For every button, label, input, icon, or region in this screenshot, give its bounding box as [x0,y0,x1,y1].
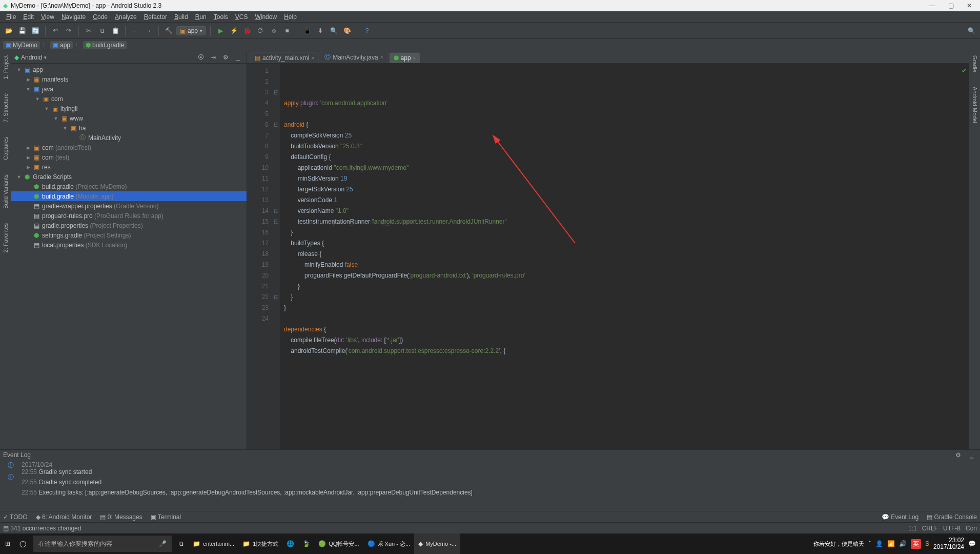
tray-sogou-icon[interactable]: S [925,540,929,547]
menu-file[interactable]: File [3,12,19,22]
task-view-icon[interactable]: ⧉ [175,533,188,554]
search-everywhere-icon[interactable]: 🔍 [966,25,977,36]
tree-MainActivity[interactable]: ⒸMainActivity [11,133,247,143]
tree-manifests[interactable]: ▶▣manifests [11,74,247,84]
menu-refactor[interactable]: Refactor [141,12,170,22]
event-hide-icon[interactable]: ⎯ [966,449,977,461]
tool-terminal[interactable]: ▣ Terminal [151,513,181,521]
run-config-selector[interactable]: ▣ app ▾ [176,26,206,35]
profile-icon[interactable]: ⏱ [255,25,266,36]
apply-changes-icon[interactable]: ⚡ [228,25,239,36]
debug-icon[interactable]: 🐞 [241,25,253,36]
tree-gradle-wrapper.properties[interactable]: ▤gradle-wrapper.properties (Gradle Versi… [11,201,247,211]
taskbar-search[interactable]: 在这里输入你要搜索的内容 🎤 [33,536,172,552]
stop-icon[interactable]: ■ [281,25,293,36]
event-settings-icon[interactable]: ⚙ [952,449,964,461]
menu-code[interactable]: Code [90,12,111,22]
tree-com[interactable]: ▼▣com [11,94,247,104]
save-icon[interactable]: 💾 [16,25,28,36]
tab-MainActivity.java[interactable]: ⒸMainActivity.java× [320,51,387,63]
tool----android-monitor[interactable]: ◆ 6: Android Monitor [36,513,92,521]
make-icon[interactable]: 🔨 [163,25,174,36]
close-button[interactable]: ✕ [962,1,977,10]
undo-icon[interactable]: ↶ [50,25,61,36]
menu-edit[interactable]: Edit [20,12,37,22]
file-encoding[interactable]: UTF-8 [943,525,961,532]
menu-window[interactable]: Window [252,12,280,22]
forward-icon[interactable]: → [143,25,154,36]
start-button[interactable]: ⊞ [1,533,14,554]
tree-com[interactable]: ▶▣com (androidTest) [11,143,247,152]
task-app-4[interactable]: 🟢QQ帐号安... [314,533,363,554]
pane-title[interactable]: Android [21,54,42,61]
tree-gradle.properties[interactable]: ▤gradle.properties (Project Properties) [11,221,247,230]
sdk-icon[interactable]: ⬇ [315,25,326,36]
cortana-icon[interactable]: ◯ [15,533,30,554]
tree-local.properties[interactable]: ▤local.properties (SDK Location) [11,240,247,250]
help-icon[interactable]: ? [361,25,373,36]
task-app-0[interactable]: 📁entertainm... [189,533,238,554]
theme-editor-icon[interactable]: 🎨 [341,25,353,36]
minimize-button[interactable]: — [925,1,940,10]
strip-build-variants[interactable]: Build Variants [2,172,10,211]
maximize-button[interactable]: ▢ [943,1,958,10]
tree-Gradle Scripts[interactable]: ▼⬢Gradle Scripts [11,172,247,182]
strip----favorites[interactable]: 2: Favorites [2,221,10,254]
menu-tools[interactable]: Tools [211,12,231,22]
tab-app[interactable]: ⬢app× [389,52,421,63]
tree-build.gradle[interactable]: ⬢build.gradle (Project: MyDemo) [11,182,247,191]
strip-android-model[interactable]: Android Model [971,85,979,125]
attach-icon[interactable]: ⎋ [268,25,279,36]
strip-captures[interactable]: Captures [2,135,10,162]
strip----project[interactable]: 1: Project [2,53,10,81]
tree-java[interactable]: ▼▣java [11,84,247,94]
tray-up-icon[interactable]: ˄ [868,540,871,547]
menu-view[interactable]: View [38,12,57,22]
breadcrumb-app[interactable]: ▣app [50,41,73,49]
tool-gradle-console[interactable]: ▤ Gradle Console [927,513,977,521]
tree-ityingli[interactable]: ▼▣ityingli [11,104,247,113]
menu-run[interactable]: Run [192,12,210,22]
open-icon[interactable]: 📂 [3,25,14,36]
action-center-icon[interactable]: 💬 [968,540,976,547]
breadcrumb-build.gradle[interactable]: ⬢build.gradle [83,41,127,49]
paste-icon[interactable]: 📋 [110,25,121,36]
pane-collapse-icon[interactable]: ⇥ [208,52,219,63]
tray-ime-icon[interactable]: 英 [911,539,921,549]
copy-icon[interactable]: ⧉ [96,25,108,36]
tool----messages[interactable]: ▤ 0: Messages [100,513,142,521]
tree-app[interactable]: ▼▣app [11,65,247,74]
mic-icon[interactable]: 🎤 [159,540,167,547]
menu-help[interactable]: Help [281,12,300,22]
tree-ha[interactable]: ▼▣ha [11,123,247,133]
pane-settings-icon[interactable]: ⚙ [220,52,231,63]
task-app-3[interactable]: 🍃 [298,533,314,554]
caret-position[interactable]: 1:1 [908,525,917,532]
project-tree[interactable]: ▼▣app▶▣manifests▼▣java▼▣com▼▣ityingli▼▣w… [11,64,247,449]
run-icon[interactable]: ▶ [215,25,226,36]
task-app-6[interactable]: ◆MyDemo -... [414,533,460,554]
menu-build[interactable]: Build [171,12,191,22]
editor-body[interactable]: 123456789101112131415161718192021222324 … [247,64,969,449]
line-separator[interactable]: CRLF [922,525,938,532]
tree-www[interactable]: ▼▣www [11,113,247,123]
tree-settings.gradle[interactable]: ⬢settings.gradle (Project Settings) [11,230,247,240]
tree-res[interactable]: ▶▣res [11,162,247,172]
task-app-2[interactable]: 🌐 [282,533,298,554]
tray-volume-icon[interactable]: 🔊 [899,540,907,547]
menu-analyze[interactable]: Analyze [112,12,140,22]
redo-icon[interactable]: ↷ [63,25,74,36]
menu-navigate[interactable]: Navigate [58,12,89,22]
tray-people-icon[interactable]: 👤 [875,540,883,547]
task-app-5[interactable]: 🔵乐 Xun - 恋... [363,533,415,554]
tool-todo[interactable]: ✓ TODO [3,513,28,521]
tree-build.gradle[interactable]: ⬢build.gradle (Module: app) [11,191,247,201]
tree-com[interactable]: ▶▣com (test) [11,152,247,162]
taskbar-clock[interactable]: 23:02 2017/10/24 [933,537,964,550]
strip----structure[interactable]: 7: Structure [2,91,10,125]
tray-network-icon[interactable]: 📶 [887,540,895,547]
pane-hide-icon[interactable]: ⎯ [232,52,243,63]
pane-scroll-from-source-icon[interactable]: ⦿ [195,52,207,63]
context-info[interactable]: Con [966,525,977,532]
menu-vcs[interactable]: VCS [232,12,251,22]
